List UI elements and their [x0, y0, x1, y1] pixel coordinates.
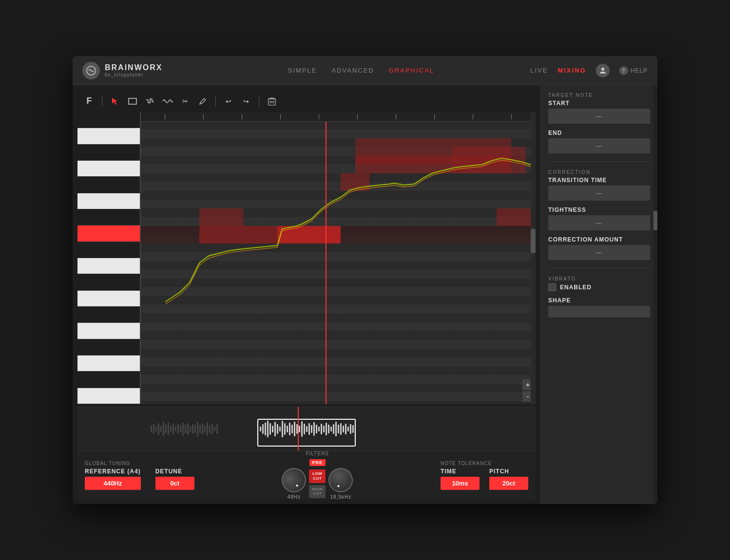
svg-rect-33 — [155, 427, 157, 431]
pitch-value[interactable]: 20ct — [489, 477, 528, 490]
header-right: LIVE MIXING ? HELP — [530, 64, 648, 77]
target-note-label: TARGET NOTE — [548, 93, 650, 98]
vibrato-label: VIBRATO — [548, 276, 650, 281]
tool-redo[interactable]: ↪ — [239, 94, 253, 108]
piano-key-row[interactable] — [77, 291, 140, 307]
filters-controls: PRE 48Hz LOWCUT HIGHCUT — [282, 459, 353, 500]
piano-key-row[interactable] — [77, 177, 140, 193]
timeline-svg — [146, 112, 531, 122]
svg-rect-44 — [182, 422, 184, 436]
note-tolerance-group: NOTE TOLERANCE TIME 10ms PITCH 20ct — [441, 461, 528, 490]
help-icon: ? — [619, 66, 628, 75]
high-freq-knob[interactable] — [325, 465, 356, 496]
tool-scissors[interactable]: ✂ — [178, 94, 192, 108]
svg-rect-48 — [192, 424, 193, 434]
piano-key-row[interactable] — [77, 145, 140, 161]
svg-rect-66 — [274, 422, 276, 436]
correction-amount-input[interactable] — [548, 245, 650, 260]
scrollbar-track[interactable] — [531, 112, 536, 404]
correction-section: CORRECTION TRANSITION TIME — [548, 169, 650, 201]
enabled-label: ENABLED — [560, 284, 592, 291]
tab-graphical[interactable]: GRAPHICAL — [389, 64, 434, 76]
high-cut-button[interactable]: HIGHCUT — [309, 485, 326, 498]
vibrato-toggle[interactable] — [548, 283, 556, 291]
svg-rect-34 — [158, 423, 159, 435]
tool-pen[interactable] — [196, 94, 210, 108]
start-label: START — [548, 100, 650, 107]
header: BRAINWORX bx_crispytuner SIMPLE ADVANCED… — [73, 56, 657, 85]
logo-text: BRAINWORX bx_crispytuner — [105, 63, 162, 77]
piano-key-row[interactable] — [77, 128, 140, 144]
piano-key-row[interactable] — [77, 339, 140, 355]
end-input[interactable] — [548, 138, 650, 153]
piano-key-row[interactable] — [77, 388, 140, 404]
tightness-input[interactable] — [548, 215, 650, 230]
vibrato-section: VIBRATO ENABLED — [548, 276, 650, 291]
detune-spacer — [155, 461, 194, 466]
low-freq-knob[interactable] — [277, 464, 310, 497]
svg-rect-12 — [277, 226, 341, 243]
panel-divider-2 — [548, 268, 650, 268]
reference-label: REFERENCE (A4) — [85, 468, 141, 475]
sep1 — [102, 96, 102, 106]
start-input[interactable] — [548, 109, 650, 124]
piano-keys — [77, 112, 141, 404]
piano-key-row[interactable] — [77, 258, 140, 274]
user-icon[interactable] — [596, 64, 610, 77]
pre-badge[interactable]: PRE — [309, 459, 326, 466]
low-freq-knob-container: 48Hz — [282, 468, 306, 500]
piano-key-row[interactable] — [77, 307, 140, 323]
reference-value[interactable]: 440Hz — [85, 477, 141, 490]
shape-section: SHAPE — [548, 297, 650, 317]
tool-pitch[interactable] — [143, 94, 157, 108]
piano-key-row[interactable] — [77, 112, 140, 128]
svg-rect-40 — [173, 424, 174, 434]
grid-editor[interactable]: + - — [141, 112, 536, 404]
help-button[interactable]: ? HELP — [619, 66, 648, 75]
piano-key-row[interactable] — [77, 372, 140, 388]
low-cut-button[interactable]: LOWCUT — [309, 469, 326, 483]
detune-group: DETUNE 0ct — [155, 461, 194, 490]
tool-wave[interactable] — [161, 94, 174, 108]
transition-time-input[interactable] — [548, 186, 650, 201]
correction-amount-section: CORRECTION AMOUNT — [548, 236, 650, 260]
svg-rect-38 — [168, 423, 169, 435]
target-note-section: TARGET NOTE START — [548, 93, 650, 124]
svg-rect-97 — [350, 424, 351, 434]
svg-rect-70 — [284, 423, 286, 435]
tool-undo[interactable]: ↩ — [222, 94, 235, 108]
piano-key-row[interactable] — [77, 161, 140, 177]
svg-rect-72 — [289, 423, 290, 435]
piano-key-row[interactable] — [77, 209, 140, 225]
tool-rect[interactable] — [126, 94, 139, 108]
tab-advanced[interactable]: ADVANCED — [331, 64, 374, 76]
tool-delete[interactable] — [265, 94, 279, 108]
svg-rect-90 — [333, 424, 334, 434]
svg-rect-41 — [175, 427, 176, 431]
piano-key-active[interactable] — [77, 225, 140, 242]
piano-key-row[interactable] — [77, 355, 140, 372]
piano-key-row[interactable] — [77, 323, 140, 339]
scrollbar-thumb[interactable] — [531, 229, 536, 253]
svg-rect-50 — [197, 422, 198, 436]
time-value[interactable]: 10ms — [441, 477, 480, 490]
global-tuning-label: GLOBAL TUNING — [85, 461, 141, 466]
right-scrollbar-thumb[interactable] — [653, 211, 657, 230]
right-scrollbar[interactable] — [653, 85, 657, 504]
svg-rect-54 — [207, 423, 208, 435]
tool-f[interactable]: F — [82, 94, 96, 108]
svg-rect-65 — [272, 426, 273, 432]
logo-icon — [82, 62, 100, 79]
svg-rect-51 — [199, 425, 201, 433]
svg-rect-78 — [304, 424, 305, 434]
piano-key-row[interactable] — [77, 193, 140, 209]
app-subtitle: bx_crispytuner — [105, 72, 162, 77]
svg-rect-31 — [151, 426, 152, 432]
tool-select[interactable] — [108, 94, 122, 108]
piano-key-row[interactable] — [77, 274, 140, 290]
tab-simple[interactable]: SIMPLE — [288, 64, 317, 76]
detune-value[interactable]: 0ct — [155, 477, 194, 490]
high-freq-label: 18,5kHz — [330, 494, 352, 500]
piano-key-row[interactable] — [77, 242, 140, 258]
mixing-label[interactable]: MIXING — [557, 67, 586, 74]
